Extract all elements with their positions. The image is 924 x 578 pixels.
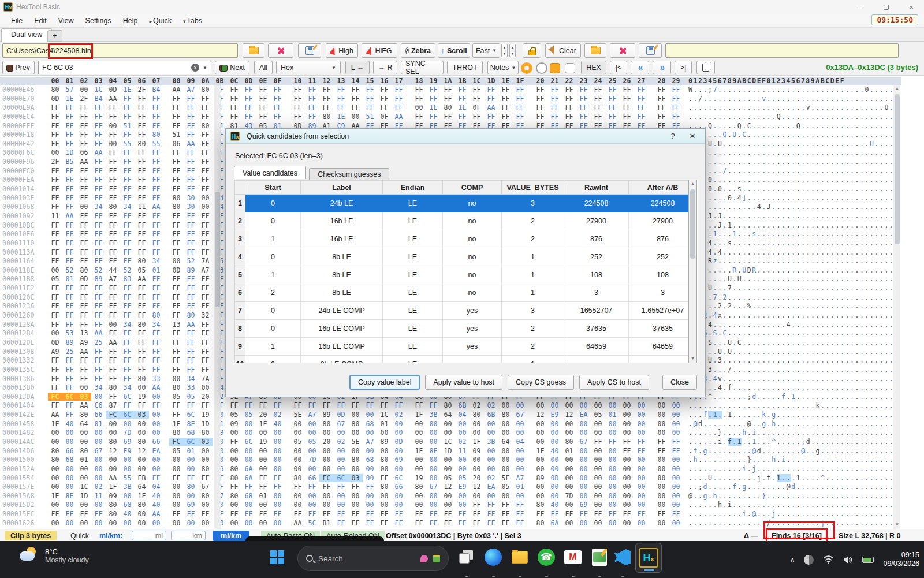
candidate-row[interactable]: 9116b LE COMPLEyes26465964659 [235,338,697,356]
white-square-toggle[interactable] [565,63,575,73]
scroll-up-icon[interactable]: ▲ [689,180,696,188]
hex-row[interactable]: 000015D200000000806880400069000000000000… [0,501,901,510]
menu-view[interactable]: View [53,16,79,26]
zebra-button[interactable]: Zebra [401,43,435,58]
hextool-taskbar-button[interactable]: Hx [635,543,662,573]
wifi-icon[interactable] [823,555,834,564]
gmail-button[interactable]: M [562,547,583,568]
candidate-row[interactable]: 2016b LELEno22790027900 [235,212,697,230]
mode-dropdown[interactable]: Hex▼ [276,61,341,74]
hex-row[interactable]: 000015FCFFFFFFFF804000AAFFFFFFFFFFFFFFFF… [0,510,901,519]
candidate-row[interactable]: 3116b LELEno2876876 [235,230,697,248]
file-explorer-button[interactable] [509,547,530,568]
edge-button[interactable] [483,547,504,568]
dialog-scrollbar[interactable]: ▲ ▼ [688,180,697,363]
file-path-input[interactable]: C:\Users\Cas4\224508.bin [2,43,238,58]
go-last-button[interactable]: >| [675,61,692,74]
open-file-2-button[interactable] [584,43,606,58]
back-button[interactable]: « [631,61,649,74]
hex-row[interactable]: 00000EC4FFFFFFFFFFFFFFFFFFFFFFFFFFFFFFFF… [0,113,901,122]
hex-row[interactable]: 000014581F406401000000001E8E1D1109001F40… [0,420,901,429]
scroll-button[interactable]: ↕Scroll [438,43,470,58]
tab-dual-view[interactable]: Dual view [1,28,52,42]
hex-left-scrollbar[interactable] [214,85,221,529]
chevron-down-icon[interactable]: ▼ [203,65,207,70]
help-button[interactable]: ? [665,132,681,140]
scrollbar-thumb[interactable] [690,189,695,259]
apply-cs-to-host-button[interactable]: Apply CS to host [579,375,649,390]
white-ring-indicator[interactable] [536,62,547,74]
orange-square-toggle[interactable] [550,63,560,73]
hex-row[interactable]: 0000157E00001C021F3B6404008067FFFFFFFFFF… [0,483,901,492]
close-button[interactable]: × [899,0,924,14]
find-prev-button[interactable]: Prev [2,61,35,74]
candidate-row[interactable]: 408b LELEno1252252 [235,248,697,266]
clear-search-icon[interactable]: x [191,64,199,72]
scroll-up-icon[interactable]: ▲ [893,85,901,93]
hex-row[interactable]: 00000E9AFFFFFFFFFFFFFFFFFFFFFFFFFFFFFFFF… [0,103,901,113]
mi-input[interactable]: mi [132,531,166,540]
candidate-row[interactable]: 8016b LE COMPLEyes23763537635 [235,320,697,338]
fast-dropdown[interactable]: Fast▼ [472,43,500,58]
taskbar-search[interactable]: Search [297,546,449,571]
throt-button[interactable]: THROT [447,61,483,74]
hifg-button[interactable]: HiFG [362,43,397,58]
apply-value-to-host-button[interactable]: Apply value to host [425,375,502,390]
volume-icon[interactable] [843,555,853,564]
copy-left-button[interactable]: L ← [345,61,370,74]
lock-button[interactable] [523,43,541,58]
tray-clock[interactable]: 09:15 09/03/2026 [883,551,919,568]
unit-toggle-button[interactable]: mi/km [213,531,249,541]
hex-row[interactable]: 0000152A000000000000000000008069806A0000… [0,465,901,474]
theme-icon[interactable] [804,555,814,565]
candidate-row[interactable]: 518b LELEno1108108 [235,266,697,284]
spinner-b[interactable]: ▲▼ [509,44,516,57]
task-view-button[interactable] [456,547,477,568]
scroll-down-icon[interactable]: ▼ [689,355,696,363]
tray-expand-icon[interactable]: ∧ [790,555,795,564]
weather-widget[interactable]: 8°C Mostly cloudy [20,547,89,564]
find-next-button[interactable]: Next [215,61,249,74]
sync-sel-button[interactable]: SYNC-SEL [401,61,444,74]
tab-checksum-guesses[interactable]: Checksum guesses [309,168,389,180]
start-button[interactable] [267,547,288,568]
scroll-down-icon[interactable]: ▼ [893,521,901,529]
hex-row[interactable]: 000014AC0000000080698066FC6C0300FF6C1900… [0,438,901,447]
close-dialog-button[interactable]: Close [662,375,697,390]
dialog-close-button[interactable]: ✕ [684,132,701,140]
tab-value-candidates[interactable]: Value candidates [234,166,306,179]
copy-right-button[interactable]: → R [373,61,397,74]
save-file-2-button[interactable] [639,43,662,58]
candidates-table[interactable]: StartLabelEndianCOMPVALUE_BYTESRawIntAft… [234,180,698,363]
menu-help[interactable]: Help [118,16,143,26]
menu-settings[interactable]: Settings [80,16,117,26]
notes-app-button[interactable] [589,547,610,568]
candidate-row[interactable]: 1024b LELEno3224508224508 [235,195,697,212]
clear-button[interactable]: Clear [545,43,581,58]
orange-ring-indicator[interactable] [521,62,532,74]
km-input[interactable]: km [171,531,206,540]
go-first-button[interactable]: |< [610,61,627,74]
copy-cs-guess-button[interactable]: Copy CS guess [508,375,574,390]
candidate-row[interactable]: 7024b LE COMPLEyes3165527071.65527e+07 [235,302,697,320]
hex-row[interactable]: 00000E700D1E2FB4AAFFFFFFFFFFFFFFFFFFFFFF… [0,95,901,104]
spinner-a[interactable]: ▲▼ [501,44,508,57]
all-button[interactable]: All [254,61,273,74]
hex-row[interactable]: 000014D68066806712E912EA0501000000000000… [0,447,901,456]
menu-tabs[interactable]: ▾Tabs [178,16,207,26]
menu-edit[interactable]: Edit [29,16,52,26]
hex-row[interactable]: 0000155400000000AA55EBFFFFFFFFFF806AFFFF… [0,474,901,483]
scrollbar-thumb[interactable] [215,192,220,307]
tab-add-button[interactable]: + [47,30,62,42]
high-button[interactable]: High [326,43,358,58]
menu-file[interactable]: File [6,16,28,26]
candidate-row[interactable]: 1008b LE COMPLEyes1 [235,356,697,364]
save-file-button[interactable] [298,43,321,58]
close-file-button[interactable] [268,43,293,58]
menu-quick[interactable]: ▸Quick [144,16,177,26]
copy-selection-button[interactable] [696,61,715,74]
quick-label[interactable]: Quick [70,531,89,540]
hex-row[interactable]: 0000148200000000007D00008068806900000000… [0,428,901,438]
hex-row[interactable]: 0000150080680100000000000000000000000000… [0,456,901,465]
close-file-2-button[interactable] [610,43,635,58]
